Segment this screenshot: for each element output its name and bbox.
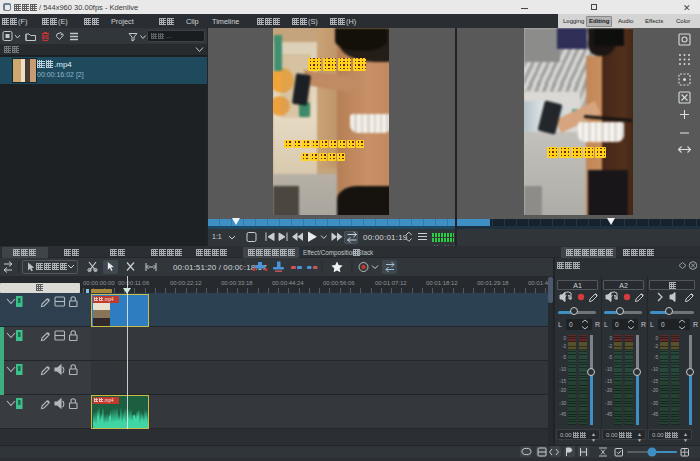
svg-text:0: 0	[569, 321, 573, 328]
svg-text:L: L	[650, 321, 654, 328]
svg-text:0: 0	[661, 321, 665, 328]
svg-text:R: R	[693, 321, 698, 328]
svg-text:0: 0	[615, 321, 619, 328]
svg-text:R: R	[641, 321, 646, 328]
svg-text:L: L	[604, 321, 608, 328]
svg-text:L: L	[558, 321, 562, 328]
svg-text:R: R	[595, 321, 600, 328]
